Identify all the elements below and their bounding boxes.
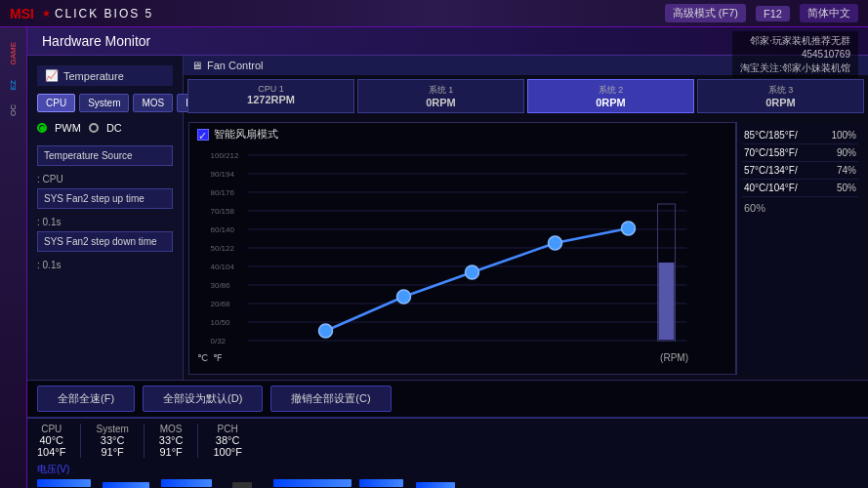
settings-percent-0: 100% [831, 130, 856, 141]
cpu-temp-reading: CPU 40°C 104°F [37, 424, 81, 458]
settings-row-3[interactable]: 40°C/104°F/ 50% [742, 180, 858, 197]
fan-cpu1-label: CPU 1 [198, 84, 344, 94]
lang-button[interactable]: 简体中文 [800, 4, 858, 22]
bios-title: CLICK BIOS 5 [55, 7, 153, 20]
pch-reading-c: 38°C [213, 434, 241, 446]
svg-text:40/104: 40/104 [211, 263, 235, 271]
svg-text:90/194: 90/194 [211, 170, 235, 179]
voltage-cpu-vddp: N/A CPU VDDP [220, 482, 266, 488]
svg-text:80/176: 80/176 [211, 188, 235, 197]
temp-buttons: CPU System MOS PCH [37, 94, 173, 112]
settings-row-1[interactable]: 70°C/158°F/ 90% [742, 144, 858, 162]
f7-button[interactable]: 高级模式 (F7) [665, 4, 746, 22]
smart-fan-label: 智能风扇模式 [214, 127, 278, 142]
msi-logo: MSI [10, 6, 34, 21]
svg-text:30/86: 30/86 [211, 281, 231, 290]
settings-rows: 85°C/185°F/ 100% 70°C/158°F/ 90% 57°C/13… [742, 127, 858, 197]
settings-temp-2: 57°C/134°F/ [744, 165, 798, 176]
fan-cpu1-button[interactable]: CPU 1 1272RPM [187, 79, 354, 113]
cpu-reading-f: 104°F [37, 446, 65, 458]
cpu-reading-label: CPU [37, 424, 65, 434]
left-panel: 📈 Temperature CPU System MOS PCH PWM DC … [27, 56, 184, 380]
voltage-cpu-nb: 1.102 CPU NB/SOC [99, 482, 153, 488]
all-speed-button[interactable]: 全部全速(F) [37, 386, 135, 412]
settings-row-2[interactable]: 57°C/134°F/ 74% [742, 162, 858, 180]
voltage-bars-row: 1.466 CPU核心 1.102 CPU NB/SOC 1.368 内存 N/… [37, 479, 858, 488]
temp-source-label: Temperature Source [44, 150, 166, 161]
voltage-sys5v: 5.100 系统/5V [359, 479, 403, 488]
cancel-all-button[interactable]: 撤销全部设置(C) [270, 386, 391, 412]
pwm-label: PWM [55, 122, 81, 134]
voltage-section-label: 电压(V) [37, 463, 858, 476]
fahrenheit-icon: ℉ [213, 352, 223, 363]
fan-sys3-rpm: 0RPM [708, 97, 853, 108]
fan-sys3-button[interactable]: 系统 3 0RPM [697, 79, 864, 113]
fan-curve-chart[interactable]: 100/212 90/194 80/176 70/158 60/140 50/1… [189, 145, 735, 350]
svg-point-22 [319, 324, 333, 338]
chart-title-row: ✓ 智能风扇模式 [189, 123, 735, 145]
temp-source-box[interactable]: Temperature Source [37, 145, 173, 166]
fan-control-header: 🖥 Fan Control [184, 56, 868, 75]
sidebar-item-oc[interactable]: OC [6, 100, 21, 121]
sidebar-item-game[interactable]: GAME [6, 37, 21, 70]
svg-point-26 [622, 222, 636, 235]
rpm-unit-label: (RPM) [660, 352, 688, 363]
celsius-icon: ℃ [197, 352, 208, 363]
settings-temp-3: 40°C/104°F/ [744, 183, 798, 193]
chart-and-settings: ✓ 智能风扇模式 [184, 117, 868, 380]
smart-fan-checkbox[interactable]: ✓ [197, 129, 209, 141]
temp-icon: 📈 [45, 69, 59, 82]
top-bar-right: 高级模式 (F7) F12 简体中文 邻家·玩家装机推荐无群 454510769… [665, 4, 858, 22]
step-up-value: : 0.1s [37, 215, 173, 231]
cpu-temp-button[interactable]: CPU [37, 94, 75, 112]
settings-percent-3: 50% [837, 183, 856, 193]
fan-sys1-button[interactable]: 系统 1 0RPM [357, 79, 524, 113]
settings-row-0[interactable]: 85°C/185°F/ 100% [742, 127, 858, 144]
svg-text:0/32: 0/32 [211, 337, 227, 346]
svg-point-23 [397, 290, 411, 304]
voltage-cpu-vddp-bar [232, 482, 252, 488]
fan-sys3-label: 系统 3 [708, 84, 853, 97]
voltage-cpu-core: 1.466 CPU核心 [37, 479, 91, 488]
pch-temp-reading: PCH 38°C 100°F [213, 424, 256, 458]
pch-reading-f: 100°F [213, 446, 241, 458]
settings-temp-0: 85°C/185°F/ [744, 130, 798, 141]
temperature-section-header: 📈 Temperature [37, 65, 173, 86]
voltage-sys12v-bar [273, 479, 351, 487]
voltage-cpu-nb-bar [103, 482, 149, 488]
system-reading-label: System [96, 424, 128, 434]
fan-sys2-button[interactable]: 系统 2 0RPM [527, 79, 694, 113]
sidebar-item-ez[interactable]: EZ [6, 75, 21, 95]
bottom-status-bar: CPU 40°C 104°F System 33°C 91°F MOS 33°C… [27, 417, 868, 488]
step-down-label: SYS Fan2 step down time [44, 236, 166, 247]
dc-label: DC [106, 122, 122, 134]
panels-container: 📈 Temperature CPU System MOS PCH PWM DC … [27, 56, 868, 380]
svg-text:60/140: 60/140 [211, 225, 235, 234]
system-temp-button[interactable]: System [79, 94, 129, 112]
svg-text:10/50: 10/50 [211, 318, 231, 327]
voltage-sys5v-bar [359, 479, 403, 487]
step-up-label: SYS Fan2 step up time [44, 193, 166, 204]
voltage-sys33v-bar [416, 482, 455, 488]
svg-rect-28 [659, 263, 675, 340]
fan-buttons-row: CPU 1 1272RPM 系统 1 0RPM 系统 2 0RPM 系统 3 0… [184, 75, 868, 117]
voltage-memory: 1.368 内存 [161, 479, 212, 488]
fan-control-label: Fan Control [207, 60, 263, 71]
top-bar: MSI ★ CLICK BIOS 5 高级模式 (F7) F12 简体中文 邻家… [0, 0, 868, 27]
temp-readings-row: CPU 40°C 104°F System 33°C 91°F MOS 33°C… [37, 424, 858, 458]
mos-reading-f: 91°F [159, 446, 184, 458]
svg-text:100/212: 100/212 [211, 151, 239, 160]
main-content: Hardware Monitor 📈 Temperature CPU Syste… [27, 27, 868, 488]
fan-settings-panel: 85°C/185°F/ 100% 70°C/158°F/ 90% 57°C/13… [736, 122, 863, 375]
step-up-box[interactable]: SYS Fan2 step up time [37, 188, 173, 209]
f12-button[interactable]: F12 [756, 6, 790, 21]
voltage-sys12v: 12.096 系统/12V [273, 479, 351, 488]
system-temp-reading: System 33°C 91°F [96, 424, 144, 458]
all-default-button[interactable]: 全部设为默认(D) [143, 386, 263, 412]
pwm-radio[interactable] [37, 123, 47, 133]
side-nav: GAME EZ OC [0, 27, 27, 488]
dc-radio[interactable] [89, 123, 99, 133]
step-down-box[interactable]: SYS Fan2 step down time [37, 231, 173, 252]
fan-sys1-rpm: 0RPM [368, 97, 514, 108]
mos-temp-button[interactable]: MOS [133, 94, 173, 112]
